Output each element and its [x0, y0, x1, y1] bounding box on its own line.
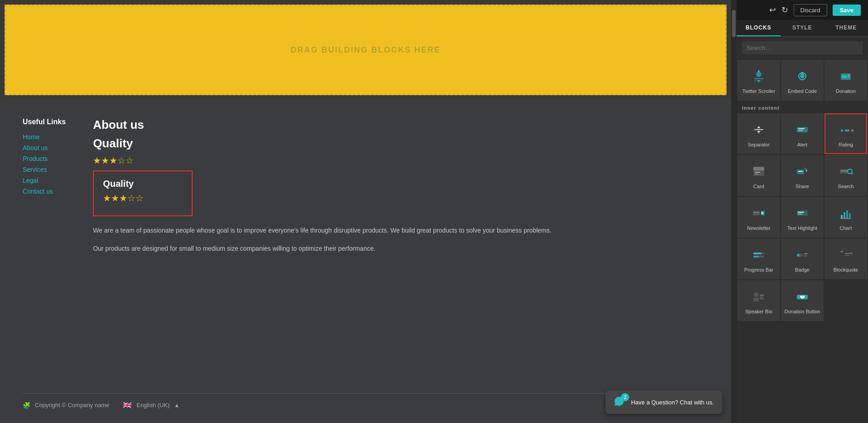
block-donation[interactable]: Donation	[824, 60, 867, 101]
svg-rect-60	[797, 254, 800, 257]
link-legal[interactable]: Legal	[23, 177, 66, 184]
rating-icon: ★★ ★★	[838, 122, 854, 138]
svg-rect-27	[755, 172, 760, 173]
svg-rect-71	[760, 295, 764, 296]
undo-icon[interactable]: ↩	[769, 5, 776, 15]
donation-icon	[838, 68, 854, 84]
footer-columns: Useful Links Home About us Products Serv…	[23, 118, 708, 393]
svg-rect-45	[798, 212, 804, 213]
block-card[interactable]: Card	[737, 155, 780, 196]
block-text-highlight[interactable]: Text Highlight	[781, 197, 824, 238]
footer-section: Useful Links Home About us Products Serv…	[0, 100, 731, 423]
svg-rect-49	[844, 212, 845, 219]
svg-rect-66	[845, 255, 849, 256]
about-title: About us	[93, 118, 708, 132]
link-services[interactable]: Services	[23, 166, 66, 173]
panel-tabs: BLOCKS STYLE THEME	[737, 20, 868, 37]
svg-rect-18	[797, 127, 808, 132]
rating-box: Quality ★★★☆☆	[93, 170, 193, 216]
svg-point-69	[754, 292, 758, 297]
block-chart[interactable]: Chart	[824, 197, 867, 238]
progress-bar-label: Progress Bar	[744, 267, 773, 273]
svg-rect-57	[753, 256, 759, 258]
block-badge[interactable]: Badge	[781, 238, 824, 279]
block-twitter-scroller[interactable]: Twitter Scroller	[737, 60, 780, 101]
svg-point-1	[756, 72, 761, 77]
svg-rect-51	[849, 213, 851, 219]
search-input[interactable]	[742, 41, 863, 54]
alert-icon	[794, 122, 810, 138]
block-newsletter[interactable]: Newsletter	[737, 197, 780, 238]
quality-title-main: Quality	[93, 136, 708, 151]
donation-button-icon	[794, 288, 810, 305]
useful-links-title: Useful Links	[23, 118, 66, 126]
save-button[interactable]: Save	[833, 5, 861, 16]
svg-rect-31	[798, 171, 803, 172]
link-about[interactable]: About us	[23, 144, 66, 151]
svg-rect-15	[754, 129, 763, 130]
svg-rect-35	[841, 170, 847, 171]
svg-rect-50	[846, 210, 848, 219]
twitter-scroller-label: Twitter Scroller	[742, 88, 776, 94]
svg-rect-46	[798, 214, 802, 214]
block-share[interactable]: Share	[781, 155, 824, 196]
chevron-up-icon: ▲	[174, 402, 179, 408]
embed-code-icon	[794, 68, 810, 84]
svg-rect-2	[754, 78, 763, 79]
svg-text:★★: ★★	[846, 128, 854, 133]
text-highlight-icon	[794, 205, 810, 221]
svg-rect-20	[798, 130, 803, 131]
block-alert[interactable]: Alert	[781, 113, 824, 154]
alert-label: Alert	[797, 141, 808, 148]
badge-label: Badge	[795, 267, 810, 273]
block-search[interactable]: Search	[824, 155, 867, 196]
svg-rect-41	[754, 212, 759, 213]
about-text-1: We are a team of passionate people whose…	[93, 225, 708, 236]
flag-icon: 🇬🇧	[123, 401, 132, 409]
link-contact[interactable]: Contact us	[23, 188, 66, 195]
card-icon	[751, 163, 767, 180]
top-blocks-grid: Twitter Scroller Embed Code	[737, 59, 868, 102]
svg-rect-10	[842, 75, 847, 78]
tab-style[interactable]: STYLE	[781, 20, 824, 36]
svg-rect-70	[753, 298, 759, 301]
redo-icon[interactable]: ↻	[781, 5, 788, 15]
block-separator[interactable]: Separator	[737, 113, 780, 154]
block-embed-code[interactable]: Embed Code	[781, 60, 824, 101]
scroll-track[interactable]	[731, 0, 737, 423]
search-label: Search	[838, 183, 854, 190]
chat-bubble[interactable]: 2 Have a Question? Chat with us.	[606, 390, 722, 414]
blockquote-label: Blockquote	[834, 267, 858, 273]
chart-icon	[838, 205, 854, 221]
block-donation-button[interactable]: Donation Button	[781, 280, 824, 321]
svg-rect-62	[804, 255, 807, 257]
link-products[interactable]: Products	[23, 155, 66, 162]
chat-badge: 2	[621, 393, 629, 401]
tab-blocks[interactable]: BLOCKS	[737, 20, 781, 36]
tab-theme[interactable]: THEME	[824, 20, 868, 36]
block-speaker-bio[interactable]: Speaker Bio	[737, 280, 780, 321]
block-progress-bar[interactable]: Progress Bar	[737, 238, 780, 279]
panel-search	[737, 37, 868, 59]
speaker-bio-label: Speaker Bio	[745, 308, 772, 315]
right-panel: ↩ ↻ Discard Save BLOCKS STYLE THEME	[737, 0, 868, 423]
svg-rect-55	[753, 253, 761, 254]
block-rating[interactable]: ★★ ★★ Rating	[824, 113, 867, 154]
badge-icon	[794, 247, 810, 263]
link-home[interactable]: Home	[23, 133, 66, 141]
drop-zone-text: DRAG BUILDING BLOCKS HERE	[291, 45, 441, 55]
puzzle-icon: 🧩	[23, 402, 30, 409]
stars-box: ★★★☆☆	[103, 193, 183, 204]
drop-zone[interactable]: DRAG BUILDING BLOCKS HERE	[5, 5, 727, 95]
rating-label: Rating	[839, 141, 853, 148]
scroll-handle[interactable]	[732, 10, 736, 37]
about-text-2: Our products are designed for small to m…	[93, 243, 708, 254]
svg-rect-72	[760, 297, 763, 297]
chat-label: Have a Question? Chat with us.	[631, 399, 714, 406]
language-text: English (UK)	[136, 402, 170, 408]
chart-label: Chart	[840, 225, 852, 231]
svg-rect-53	[752, 248, 766, 262]
inner-content-title: Inner content	[737, 102, 868, 112]
block-blockquote[interactable]: " Blockquote	[824, 238, 867, 279]
discard-button[interactable]: Discard	[794, 4, 827, 16]
